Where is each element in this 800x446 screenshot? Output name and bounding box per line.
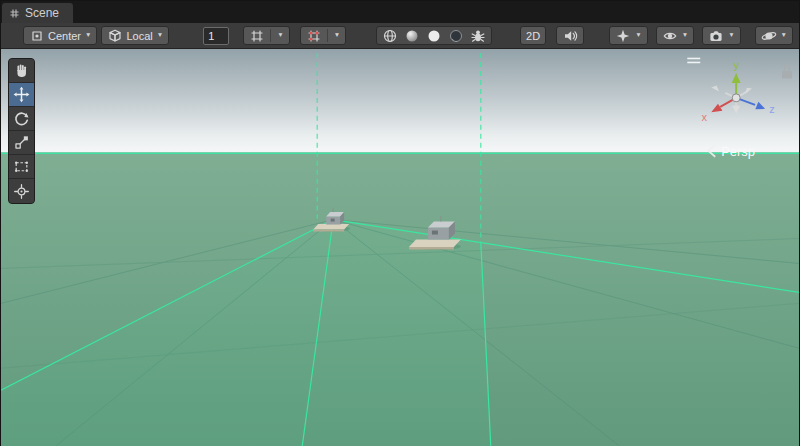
chevron-down-icon: ▼ bbox=[635, 32, 641, 39]
shaded-sphere-icon bbox=[404, 28, 420, 44]
visibility-dropdown[interactable]: ▼ bbox=[656, 26, 694, 45]
chevron-down-icon: ▼ bbox=[85, 32, 91, 39]
gizmo-y-label: y bbox=[733, 59, 739, 71]
orientation-dropdown[interactable]: Local ▼ bbox=[101, 26, 169, 45]
scene-canvas[interactable]: y x z Persp bbox=[1, 49, 799, 446]
projection-label: Persp bbox=[721, 144, 755, 159]
gizmo-center-handle[interactable] bbox=[732, 94, 740, 102]
platform-base-edge bbox=[313, 230, 344, 232]
pivot-label: Center bbox=[48, 30, 81, 42]
unity-scene-window: Scene Center ▼ Local ▼ ▼ bbox=[0, 0, 800, 446]
rotate-icon bbox=[13, 110, 30, 127]
chevron-down-icon: ▼ bbox=[682, 32, 688, 39]
divider bbox=[270, 29, 271, 42]
grid-icon bbox=[9, 8, 20, 19]
scale-icon bbox=[13, 134, 30, 151]
speaker-icon bbox=[562, 28, 578, 44]
chevron-down-icon: ▼ bbox=[728, 32, 734, 39]
mode-2d-button[interactable]: 2D bbox=[520, 26, 546, 45]
gizmo-z-label: z bbox=[769, 103, 774, 115]
camera-dropdown[interactable]: ▼ bbox=[702, 26, 740, 45]
bug-icon bbox=[470, 28, 486, 44]
pivot-dropdown[interactable]: Center ▼ bbox=[23, 26, 97, 45]
box-window bbox=[331, 219, 335, 222]
chevron-down-icon: ▼ bbox=[334, 32, 340, 39]
lighting-button[interactable] bbox=[401, 27, 423, 44]
rect-tool-button[interactable] bbox=[9, 155, 34, 179]
pivot-center-icon bbox=[29, 28, 45, 44]
white-circle-icon bbox=[426, 28, 442, 44]
eye-icon bbox=[662, 28, 678, 44]
audio-button[interactable] bbox=[556, 26, 584, 45]
platform-base-edge bbox=[409, 247, 454, 249]
box-front bbox=[428, 228, 449, 240]
transform-tool-button[interactable] bbox=[9, 179, 34, 203]
rotate-tool-button[interactable] bbox=[9, 107, 34, 131]
scene-viewport[interactable]: y x z Persp bbox=[1, 49, 799, 446]
view-tool-button[interactable] bbox=[9, 59, 34, 83]
increment-snap-icon bbox=[306, 28, 322, 44]
wireframe-globe-icon bbox=[382, 28, 398, 44]
increment-snap-dropdown[interactable]: ▼ bbox=[300, 26, 346, 45]
camera-icon bbox=[708, 28, 724, 44]
tab-label: Scene bbox=[25, 6, 59, 20]
move-tool-button[interactable] bbox=[9, 83, 34, 107]
scale-tool-button[interactable] bbox=[9, 131, 34, 155]
sparkle-icon bbox=[615, 28, 631, 44]
chevron-down-icon: ▼ bbox=[277, 32, 283, 39]
transform-icon bbox=[13, 183, 30, 200]
divider bbox=[327, 29, 328, 42]
cube-icon bbox=[107, 28, 123, 44]
chevron-down-icon: ▼ bbox=[781, 32, 787, 39]
move-icon bbox=[13, 86, 30, 103]
skybox-button[interactable] bbox=[423, 27, 445, 44]
grid-snap-icon bbox=[249, 28, 265, 44]
effects-dropdown[interactable]: ▼ bbox=[609, 26, 647, 45]
chevron-down-icon: ▼ bbox=[157, 32, 163, 39]
moon-icon bbox=[448, 28, 464, 44]
hand-icon bbox=[13, 62, 30, 79]
tab-scene[interactable]: Scene bbox=[2, 3, 73, 23]
debug-button[interactable] bbox=[467, 27, 489, 44]
draw-mode-button[interactable] bbox=[379, 27, 401, 44]
view-options-group bbox=[376, 26, 492, 45]
rect-tool-icon bbox=[13, 158, 30, 175]
platform-base bbox=[409, 240, 461, 247]
scene-toolbar: Center ▼ Local ▼ ▼ ▼ bbox=[1, 23, 799, 49]
platform-base bbox=[313, 224, 349, 229]
tool-palette bbox=[8, 58, 35, 204]
grid-size-field[interactable] bbox=[203, 27, 229, 45]
orientation-label: Local bbox=[126, 30, 152, 42]
tab-bar: Scene bbox=[1, 1, 799, 23]
orbit-sphere-icon bbox=[761, 28, 777, 44]
scene-gizmo-dropdown[interactable]: ▼ bbox=[755, 26, 793, 45]
gizmo-x-label: x bbox=[701, 111, 707, 123]
grid-snap-dropdown[interactable]: ▼ bbox=[243, 26, 289, 45]
box-window bbox=[432, 231, 438, 235]
sky bbox=[1, 49, 799, 153]
shadows-button[interactable] bbox=[445, 27, 467, 44]
